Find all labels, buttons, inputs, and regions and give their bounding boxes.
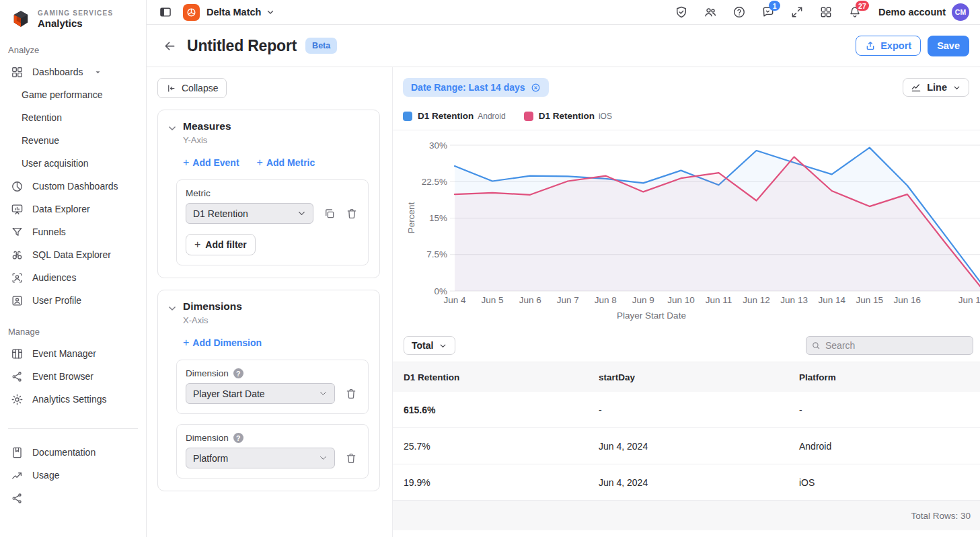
bell-icon[interactable]: 27 <box>848 5 862 19</box>
chat-icon[interactable]: 1 <box>761 5 775 19</box>
remove-filter-icon[interactable] <box>531 83 541 93</box>
sidebar-item-more[interactable] <box>0 487 146 509</box>
sidebar-item-funnels[interactable]: Funnels <box>0 220 146 243</box>
save-button[interactable]: Save <box>928 36 969 56</box>
metric-select[interactable]: D1 Retention <box>186 203 313 224</box>
chevron-down-icon <box>297 209 306 218</box>
table-columns-icon <box>11 347 24 360</box>
collapse-button[interactable]: Collapse <box>157 78 227 98</box>
main-area: Delta Match 127 Demo account CM Untitled… <box>147 0 980 537</box>
search-input[interactable] <box>806 336 973 355</box>
delete-dimension-icon[interactable] <box>345 452 357 464</box>
plus-icon: + <box>194 239 200 251</box>
search-box <box>806 336 973 355</box>
game-app-icon[interactable] <box>183 4 200 21</box>
chat-badge: 1 <box>769 1 780 11</box>
plus-icon: + <box>183 337 189 349</box>
table-row[interactable]: 19.9%Jun 4, 2024iOS <box>393 464 980 501</box>
sidebar-item-sql-data-explorer[interactable]: SQL Data Explorer <box>0 243 146 266</box>
brand-title: Analytics <box>38 17 113 29</box>
table-row[interactable]: 25.7%Jun 4, 2024Android <box>393 428 980 464</box>
report-area: Date Range: Last 14 days Line D1 Retenti… <box>393 67 980 537</box>
add-filter-button[interactable]: + Add filter <box>186 234 256 255</box>
back-icon[interactable] <box>163 39 177 53</box>
dimension-value: Platform <box>193 453 228 464</box>
results-table: D1 RetentionstartDayPlatform 615.6%--25.… <box>393 362 980 530</box>
table-cell: iOS <box>799 477 980 488</box>
topbar: Delta Match 127 Demo account CM <box>147 0 980 25</box>
bell-badge: 27 <box>856 1 869 11</box>
table-cell: - <box>599 405 799 415</box>
y-tick-label: 22.5% <box>422 177 447 187</box>
users-icon[interactable] <box>704 5 717 19</box>
avatar[interactable]: CM <box>952 3 969 21</box>
sidebar-item-data-explorer[interactable]: Data Explorer <box>0 198 146 220</box>
sidebar-item-revenue[interactable]: Revenue <box>0 129 146 152</box>
duplicate-metric-icon[interactable] <box>324 208 336 220</box>
x-tick-label: Jun 10 <box>667 295 695 305</box>
table-column-header[interactable]: D1 Retention <box>404 372 599 382</box>
date-range-chip[interactable]: Date Range: Last 14 days <box>403 78 549 97</box>
metric-label: Metric <box>186 188 359 198</box>
sidebar-item-event-browser[interactable]: Event Browser <box>0 365 146 388</box>
line-chart[interactable]: 0%7.5%15%22.5%30%Jun 4Jun 5Jun 6Jun 7Jun… <box>403 130 980 327</box>
apps-icon[interactable] <box>819 5 833 19</box>
measures-title: Measures <box>183 120 231 132</box>
add-metric-link[interactable]: +Add Metric <box>257 157 315 169</box>
expand-icon[interactable] <box>790 5 804 19</box>
table-row[interactable]: 615.6%-- <box>393 392 980 428</box>
x-tick-label: Jun 16 <box>894 295 921 305</box>
help-icon[interactable]: ? <box>233 368 243 378</box>
plus-icon: + <box>183 157 189 169</box>
sidebar-item-user-acquisition[interactable]: User acquisition <box>0 152 146 175</box>
x-tick-label: Jun 9 <box>632 295 654 305</box>
export-button[interactable]: Export <box>856 36 921 56</box>
dimension-label: Dimension <box>186 433 229 443</box>
dimension-card: Dimension?Player Start Date <box>176 360 369 414</box>
game-selector-chevron-icon[interactable] <box>266 7 275 17</box>
help-icon[interactable]: ? <box>233 433 243 443</box>
measures-collapse-chevron-icon[interactable] <box>167 124 177 133</box>
delete-dimension-icon[interactable] <box>345 388 357 400</box>
sidebar-nav: AnalyzeDashboardsGame performanceRetenti… <box>0 45 146 509</box>
legend-item-ios[interactable]: D1 RetentioniOS <box>524 111 612 121</box>
sidebar-item-label: Revenue <box>22 135 59 146</box>
chevron-down-icon <box>93 68 102 77</box>
dimensions-collapse-chevron-icon[interactable] <box>167 304 177 313</box>
sidebar-item-label: Event Manager <box>32 348 96 359</box>
chevron-down-icon <box>319 454 328 462</box>
table-column-header[interactable]: Platform <box>799 372 980 382</box>
sidebar-item-analytics-settings[interactable]: Analytics Settings <box>0 388 146 411</box>
table-footer: Total Rows: 30 <box>393 501 980 530</box>
sidebar-toggle-icon[interactable] <box>159 5 172 19</box>
sidebar-item-custom-dashboards[interactable]: Custom Dashboards <box>0 175 146 198</box>
brand: GAMING SERVICES Analytics <box>0 0 146 30</box>
sidebar-item-audiences[interactable]: Audiences <box>0 266 146 289</box>
sidebar-item-label: Event Browser <box>32 371 93 382</box>
sidebar-item-event-manager[interactable]: Event Manager <box>0 342 146 365</box>
legend-series-name: D1 Retention <box>539 111 595 121</box>
add-dimension-link[interactable]: +Add Dimension <box>183 337 262 349</box>
table-column-header[interactable]: startDay <box>599 372 799 382</box>
x-tick-label: Jun 15 <box>856 295 884 305</box>
sidebar-item-documentation[interactable]: Documentation <box>0 441 146 464</box>
account[interactable]: Demo account CM <box>878 3 969 21</box>
sidebar-item-dashboards[interactable]: Dashboards <box>0 60 146 83</box>
legend-item-android[interactable]: D1 RetentionAndroid <box>403 111 506 121</box>
page-header: Untitled Report Beta Export Save <box>147 25 980 67</box>
sidebar-item-game-performance[interactable]: Game performance <box>0 83 146 106</box>
help-icon[interactable] <box>732 5 746 19</box>
game-selector-label[interactable]: Delta Match <box>206 7 261 17</box>
sidebar-item-retention[interactable]: Retention <box>0 106 146 129</box>
chart-type-select[interactable]: Line <box>903 78 969 97</box>
total-dropdown[interactable]: Total <box>404 336 455 355</box>
dimension-select-1[interactable]: Platform <box>186 448 335 468</box>
sidebar-item-usage[interactable]: Usage <box>0 464 146 487</box>
sidebar-item-label: Game performance <box>22 89 103 100</box>
account-name: Demo account <box>878 7 946 17</box>
add-event-link[interactable]: +Add Event <box>183 157 239 169</box>
shield-check-icon[interactable] <box>675 5 688 19</box>
dimension-select-0[interactable]: Player Start Date <box>186 383 335 404</box>
delete-metric-icon[interactable] <box>346 208 358 220</box>
sidebar-item-user-profile[interactable]: User Profile <box>0 289 146 312</box>
